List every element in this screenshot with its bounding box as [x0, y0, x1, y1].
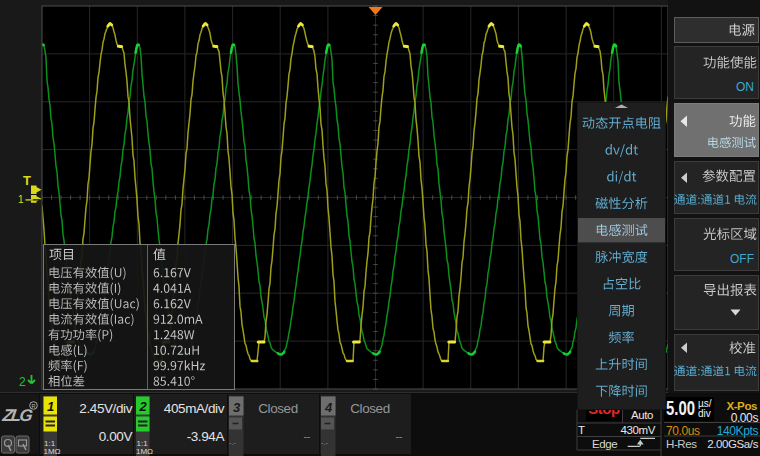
svg-text:5.00: 5.00 [666, 397, 695, 419]
